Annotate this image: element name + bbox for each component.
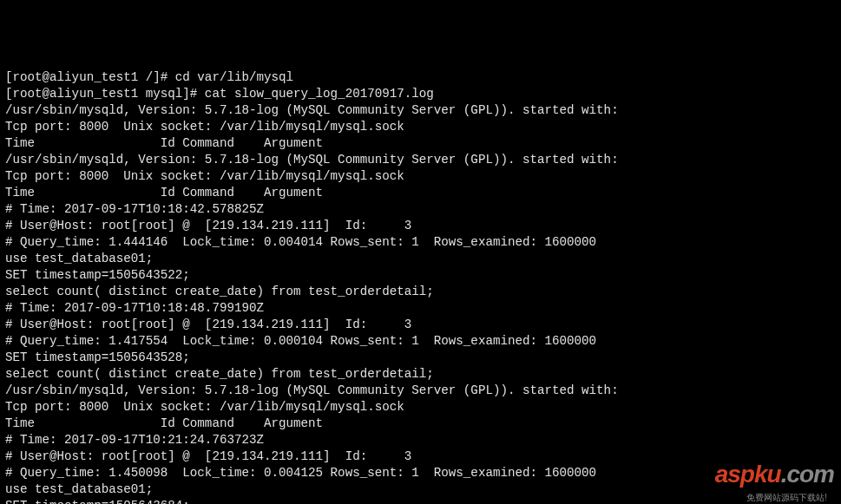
terminal-line: # Query_time: 1.444146 Lock_time: 0.0040… [5,234,836,251]
terminal-line: # User@Host: root[root] @ [219.134.219.1… [5,218,836,234]
terminal-line: select count( distinct create_date) from… [5,284,836,300]
terminal-line: /usr/sbin/mysqld, Version: 5.7.18-log (M… [5,102,836,119]
terminal-line: SET timestamp=1505643522; [5,267,836,284]
terminal-line: # Time: 2017-09-17T10:18:48.799190Z [5,300,836,317]
terminal-line: # Time: 2017-09-17T10:18:42.578825Z [5,201,836,218]
terminal-line: # User@Host: root[root] @ [219.134.219.1… [5,317,836,333]
terminal-line: /usr/sbin/mysqld, Version: 5.7.18-log (M… [5,152,836,168]
terminal-line: select count( distinct create_date) from… [5,366,836,383]
watermark-red: aspku [715,461,781,488]
watermark-subtitle: 免费网站源码下载站! [746,489,827,504]
terminal-line: # Query_time: 1.417554 Lock_time: 0.0001… [5,333,836,350]
terminal-line: use test_database01; [5,251,836,267]
terminal-line: [root@aliyun_test1 mysql]# cat slow_quer… [5,86,836,102]
terminal-line: /usr/sbin/mysqld, Version: 5.7.18-log (M… [5,383,836,399]
terminal-line: Tcp port: 8000 Unix socket: /var/lib/mys… [5,399,836,416]
terminal-line: Time Id Command Argument [5,135,836,152]
terminal-line: Time Id Command Argument [5,416,836,432]
terminal-line: Time Id Command Argument [5,185,836,201]
terminal-line: SET timestamp=1505643528; [5,350,836,366]
terminal-line: Tcp port: 8000 Unix socket: /var/lib/mys… [5,119,836,135]
terminal-line: # Time: 2017-09-17T10:21:24.763723Z [5,432,836,448]
terminal-output: [root@aliyun_test1 /]# cd var/lib/mysql[… [5,69,836,504]
terminal-line: Tcp port: 8000 Unix socket: /var/lib/mys… [5,168,836,185]
terminal-line: [root@aliyun_test1 /]# cd var/lib/mysql [5,69,836,86]
watermark-logo: aspku.com 免费网站源码下载站! [703,449,834,499]
watermark-grey: .com [781,461,834,488]
